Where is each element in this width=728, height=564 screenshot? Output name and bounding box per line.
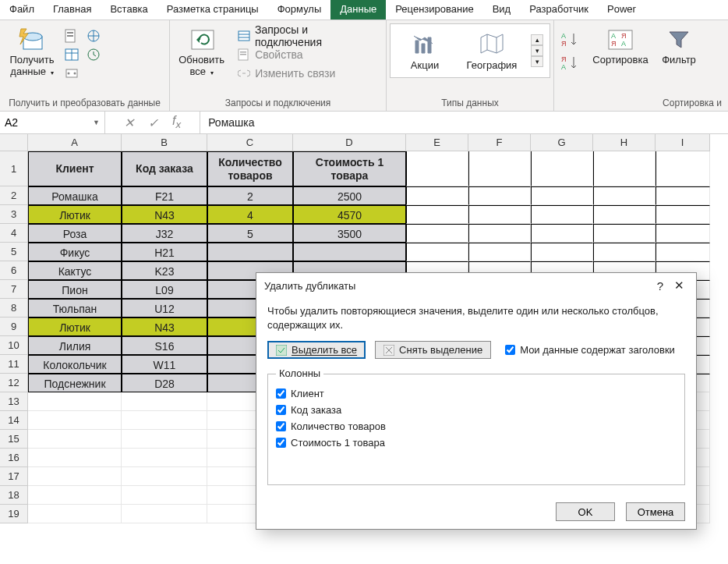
row-header-6[interactable]: 6 <box>0 261 28 280</box>
cell[interactable] <box>207 243 293 261</box>
col-header-I[interactable]: I <box>656 134 710 151</box>
header-cell[interactable]: Количество товаров <box>207 151 293 186</box>
row-header-2[interactable]: 2 <box>0 186 28 205</box>
row-header-1[interactable]: 1 <box>0 151 28 186</box>
cell[interactable] <box>531 205 593 224</box>
fx-icon[interactable]: fx <box>172 114 181 130</box>
row-header-7[interactable]: 7 <box>0 280 28 299</box>
cell[interactable]: Пион <box>28 280 122 299</box>
tab-рецензирование[interactable]: Рецензирование <box>386 0 482 20</box>
gallery-down[interactable]: ▾ <box>531 45 543 56</box>
edit-links-item[interactable]: Изменить связи <box>233 64 381 83</box>
cell[interactable] <box>122 486 207 505</box>
row-header-4[interactable]: 4 <box>0 224 28 243</box>
dialog-close-button[interactable]: ✕ <box>670 278 688 293</box>
chevron-down-icon[interactable]: ▼ <box>93 119 100 126</box>
cell[interactable] <box>593 151 656 186</box>
cell[interactable] <box>28 392 122 411</box>
cell[interactable]: Роза <box>28 224 122 243</box>
cell[interactable]: Колокольчик <box>28 355 122 374</box>
cell[interactable] <box>468 205 531 224</box>
cell[interactable]: K23 <box>122 261 207 280</box>
name-box[interactable]: ▼ <box>0 112 105 133</box>
row-header-8[interactable]: 8 <box>0 299 28 317</box>
recent-sources-icon[interactable] <box>86 47 101 62</box>
cell[interactable] <box>28 430 122 449</box>
cell[interactable] <box>122 411 207 430</box>
gallery-up[interactable]: ▴ <box>531 34 543 45</box>
cell[interactable] <box>531 243 593 261</box>
cell[interactable] <box>28 486 122 505</box>
cell[interactable] <box>122 505 207 523</box>
cell[interactable]: F21 <box>122 186 207 205</box>
cell[interactable] <box>468 186 531 205</box>
cell[interactable]: Лютик <box>28 205 122 224</box>
cell[interactable] <box>468 243 531 261</box>
tab-формулы[interactable]: Формулы <box>268 0 331 20</box>
cell[interactable] <box>406 151 468 186</box>
col-header-E[interactable]: E <box>406 134 468 151</box>
cell[interactable] <box>122 392 207 411</box>
column-checkbox[interactable]: Количество товаров <box>276 420 677 432</box>
col-header-A[interactable]: A <box>28 134 122 151</box>
cell[interactable] <box>531 186 593 205</box>
cell[interactable] <box>593 224 656 243</box>
row-header-12[interactable]: 12 <box>0 374 28 392</box>
col-header-B[interactable]: B <box>122 134 207 151</box>
cell[interactable]: N43 <box>122 317 207 336</box>
stocks-type[interactable]: Акции <box>397 31 453 71</box>
header-cell[interactable]: Стоимость 1 товара <box>293 151 406 186</box>
cell[interactable]: 2500 <box>293 186 406 205</box>
tab-файл[interactable]: Файл <box>0 0 44 20</box>
sort-desc-icon[interactable]: ЯА <box>559 53 582 72</box>
cell[interactable] <box>468 151 531 186</box>
col-header-C[interactable]: C <box>207 134 293 151</box>
cancel-formula-icon[interactable]: ✕ <box>124 115 134 130</box>
column-checkbox[interactable]: Код заказа <box>276 404 677 416</box>
name-box-input[interactable] <box>5 116 100 129</box>
cell[interactable]: H21 <box>122 243 207 261</box>
deselect-all-button[interactable]: Снять выделение <box>375 341 491 359</box>
row-header-10[interactable]: 10 <box>0 336 28 355</box>
filter-button[interactable]: Фильтр <box>656 23 702 86</box>
cell[interactable]: Фикус <box>28 243 122 261</box>
cell[interactable] <box>593 243 656 261</box>
row-header-16[interactable]: 16 <box>0 449 28 467</box>
cell[interactable] <box>122 449 207 467</box>
cell[interactable]: Лилия <box>28 336 122 355</box>
tab-разработчик[interactable]: Разработчик <box>520 0 598 20</box>
cell[interactable]: D28 <box>122 374 207 392</box>
refresh-all-button[interactable]: Обновить все ▾ <box>175 23 228 86</box>
col-header-D[interactable]: D <box>293 134 406 151</box>
row-header-17[interactable]: 17 <box>0 467 28 486</box>
cell[interactable]: 3500 <box>293 224 406 243</box>
col-header-H[interactable]: H <box>593 134 656 151</box>
get-data-button[interactable]: Получить данные ▾ <box>5 23 59 86</box>
cell[interactable] <box>593 186 656 205</box>
cell[interactable]: 4570 <box>293 205 406 224</box>
cell[interactable] <box>122 430 207 449</box>
col-header-G[interactable]: G <box>531 134 593 151</box>
column-checkbox[interactable]: Клиент <box>276 388 677 399</box>
cell[interactable] <box>656 205 710 224</box>
tab-вставка[interactable]: Вставка <box>101 0 157 20</box>
cell[interactable]: Лютик <box>28 317 122 336</box>
cell[interactable] <box>406 205 468 224</box>
cell[interactable]: Ромашка <box>28 186 122 205</box>
cell[interactable] <box>406 243 468 261</box>
row-header-11[interactable]: 11 <box>0 355 28 374</box>
gallery-more[interactable]: ▾ <box>531 56 543 67</box>
row-header-19[interactable]: 19 <box>0 505 28 523</box>
cell[interactable] <box>406 224 468 243</box>
select-all-button[interactable]: Выделить все <box>267 341 366 359</box>
cell[interactable]: 2 <box>207 186 293 205</box>
data-types-gallery[interactable]: Акции География ▴ ▾ ▾ <box>390 23 550 78</box>
from-table-icon[interactable] <box>64 47 80 62</box>
properties-item[interactable]: Свойства <box>233 45 381 64</box>
existing-conn-icon[interactable] <box>64 66 80 81</box>
tab-главная[interactable]: Главная <box>44 0 101 20</box>
row-header-14[interactable]: 14 <box>0 411 28 430</box>
select-all-corner[interactable] <box>0 134 28 151</box>
header-cell[interactable]: Клиент <box>28 151 122 186</box>
cell[interactable] <box>531 151 593 186</box>
